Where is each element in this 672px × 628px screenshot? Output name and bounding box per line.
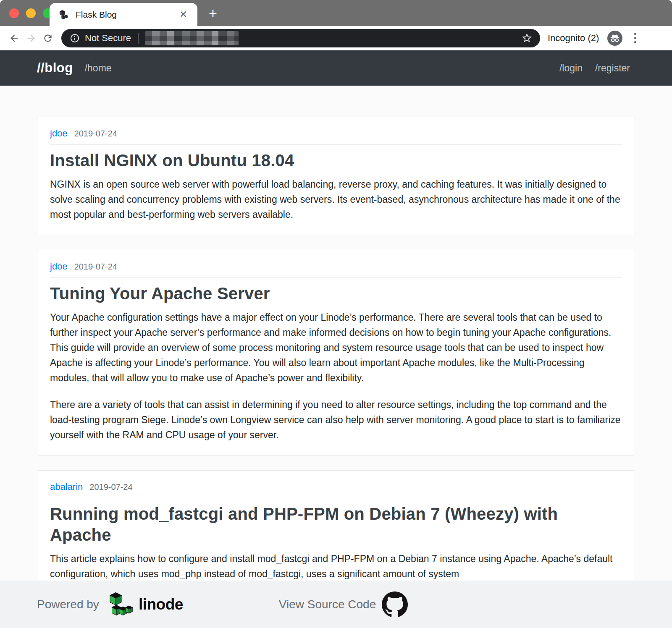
browser-tab[interactable]: Flask Blog ✕	[50, 3, 197, 26]
back-arrow-icon	[9, 33, 20, 44]
post-paragraph: This article explains how to configure a…	[50, 551, 622, 581]
meta-divider	[50, 144, 622, 145]
post-paragraph: There are a variety of tools that can as…	[50, 397, 622, 442]
post-card: jdoe 2019-07-24 Install NGINX on Ubuntu …	[37, 117, 635, 235]
post-title: Install NGINX on Ubuntu 18.04	[50, 150, 622, 171]
linode-logo-icon[interactable]	[108, 592, 134, 617]
back-button[interactable]	[6, 30, 23, 47]
post-card: jdoe 2019-07-24 Tuning Your Apache Serve…	[37, 250, 635, 455]
tab-title: Flask Blog	[76, 10, 177, 20]
incognito-avatar-icon[interactable]	[607, 31, 622, 46]
post-feed: jdoe 2019-07-24 Install NGINX on Ubuntu …	[0, 86, 672, 594]
post-body: Your Apache configuration settings have …	[50, 310, 622, 442]
post-date: 2019-07-24	[89, 482, 132, 492]
linode-wordmark[interactable]: linode	[139, 596, 183, 613]
browser-frame: Flask Blog ✕ +	[0, 0, 672, 26]
post-paragraph: Your Apache configuration settings have …	[50, 310, 622, 385]
site-favicon-icon	[59, 10, 69, 20]
new-tab-button[interactable]: +	[206, 7, 220, 21]
post-author-link[interactable]: jdoe	[50, 128, 68, 139]
post-body: NGINX is an open source web server with …	[50, 177, 622, 222]
address-bar[interactable]: Not Secure	[61, 29, 540, 47]
forward-arrow-icon	[26, 33, 37, 44]
nav-link-register[interactable]: /register	[595, 63, 630, 74]
post-body: This article explains how to configure a…	[50, 551, 622, 581]
site-navbar: //blog /home /login /register	[0, 50, 672, 86]
post-paragraph: NGINX is an open source web server with …	[50, 177, 622, 222]
browser-menu-button[interactable]	[631, 31, 640, 45]
navbar-brand[interactable]: //blog	[37, 60, 73, 76]
powered-by-label: Powered by	[37, 598, 99, 611]
reload-icon	[42, 33, 53, 44]
page-info-icon[interactable]	[70, 33, 80, 43]
bookmark-star-icon[interactable]	[521, 32, 533, 44]
view-source-link[interactable]: View Source Code	[279, 598, 376, 611]
page-footer: Powered by linode View Source Code	[0, 581, 672, 628]
window-controls	[9, 8, 52, 18]
reload-button[interactable]	[39, 30, 56, 47]
github-logo-icon[interactable]	[382, 591, 408, 618]
meta-divider	[50, 498, 622, 498]
close-window-button[interactable]	[9, 8, 19, 18]
meta-divider	[50, 277, 622, 278]
post-author-link[interactable]: abalarin	[50, 481, 83, 492]
minimize-window-button[interactable]	[26, 8, 36, 18]
post-title: Running mod_fastcgi and PHP-FPM on Debia…	[50, 503, 622, 545]
post-card: abalarin 2019-07-24 Running mod_fastcgi …	[37, 470, 635, 594]
browser-toolbar: Not Secure Incognito (2)	[0, 26, 672, 50]
nav-link-home[interactable]: /home	[85, 63, 112, 74]
nav-link-login[interactable]: /login	[559, 63, 583, 74]
post-date: 2019-07-24	[74, 129, 117, 139]
post-author-link[interactable]: jdoe	[50, 261, 68, 272]
forward-button[interactable]	[23, 30, 39, 47]
url-separator	[138, 33, 139, 44]
blurred-url	[145, 31, 239, 45]
post-title: Tuning Your Apache Server	[50, 283, 622, 304]
incognito-count-label: Incognito (2)	[548, 33, 599, 44]
post-date: 2019-07-24	[74, 262, 117, 272]
security-status-label: Not Secure	[85, 33, 131, 44]
tab-close-icon[interactable]: ✕	[177, 8, 190, 21]
